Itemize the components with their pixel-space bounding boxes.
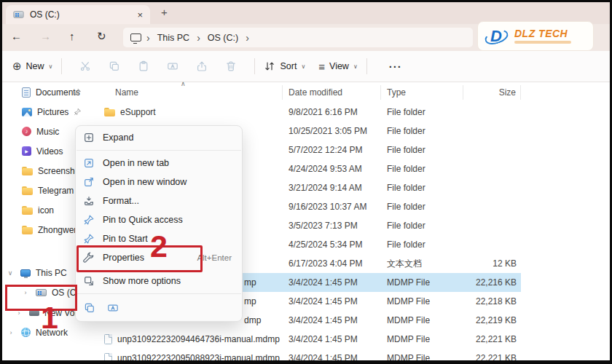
- logo-d-icon: D: [485, 25, 509, 47]
- sidebar-item-pictures[interactable]: Pictures: [2, 102, 91, 122]
- paste-button[interactable]: [129, 60, 158, 72]
- doc-icon: [22, 87, 31, 98]
- chevron-right-icon: ›: [197, 33, 200, 43]
- file-date: 4/24/2024 9:53 AM: [283, 164, 381, 174]
- sidebar-item-documents[interactable]: Documents: [2, 82, 91, 102]
- file-type: File folder: [381, 240, 463, 250]
- share-button[interactable]: [187, 60, 216, 72]
- file-row-unp310922232095088923i-manual-mdmp[interactable]: unp310922232095088923i-manual.mdmp3/4/20…: [101, 349, 521, 364]
- this-pc-icon: [130, 33, 141, 41]
- sort-button[interactable]: Sort ∨: [264, 60, 305, 72]
- music-icon: [22, 127, 31, 136]
- address-bar[interactable]: ›This PC›OS (C:)›: [123, 28, 473, 47]
- file-size: 12 KB: [463, 258, 521, 269]
- column-header-name[interactable]: Name: [101, 85, 283, 100]
- file-date: 3/4/2024 1:45 PM: [283, 277, 381, 288]
- menu-item-label: Format...: [103, 196, 139, 206]
- rename-button[interactable]: [158, 60, 187, 72]
- refresh-button[interactable]: ↻: [97, 30, 106, 43]
- file-date: 5/7/2022 12:24 PM: [283, 145, 381, 155]
- sidebar-item-label: This PC: [36, 268, 67, 278]
- breadcrumb-item-os-c[interactable]: OS (C:): [208, 33, 238, 43]
- column-header-type[interactable]: Type: [381, 85, 463, 100]
- back-button[interactable]: ←: [11, 30, 22, 42]
- file-type: File folder: [381, 126, 463, 136]
- file-type: File folder: [381, 202, 463, 212]
- explorer-tab[interactable]: OS (C:) ×: [6, 5, 150, 24]
- copy-button[interactable]: [84, 302, 95, 316]
- pin-icon: [74, 108, 82, 116]
- file-date: 3/5/2023 7:13 PM: [283, 221, 381, 231]
- logo-title: DLZ TECH: [514, 28, 571, 39]
- menu-item-label: Open in new tab: [103, 158, 169, 168]
- tab-title: OS (C:): [30, 9, 60, 20]
- annotation-box-step2: [76, 245, 203, 272]
- delete-button[interactable]: [216, 60, 246, 72]
- column-header-date-modified[interactable]: Date modified: [283, 85, 381, 100]
- file-type: MDMP File: [381, 334, 463, 344]
- menu-item-expand[interactable]: Expand: [76, 128, 242, 147]
- file-date: 6/17/2023 4:04 PM: [283, 258, 381, 269]
- delete-icon: [225, 60, 237, 72]
- cut-icon: [79, 60, 91, 72]
- breadcrumb: ›This PC›OS (C:)›: [146, 33, 249, 43]
- copy-button[interactable]: [100, 60, 129, 72]
- expander-chevron-icon[interactable]: ∨: [5, 269, 15, 277]
- menu-item-open-in-new-tab[interactable]: Open in new tab: [76, 154, 242, 173]
- column-headers: ∧ NameDate modifiedTypeSize: [101, 82, 610, 103]
- sidebar-item-label: Zhongwen: [38, 225, 79, 235]
- menu-item-label: Expand: [103, 132, 133, 143]
- file-date: 3/4/2024 1:45 PM: [283, 315, 381, 325]
- expander-chevron-icon[interactable]: ›: [6, 329, 16, 336]
- annotation-number-2: 2: [150, 231, 168, 262]
- new-button[interactable]: ⊕ New ∨: [12, 60, 52, 73]
- file-date: 9/16/2023 10:37 AM: [283, 202, 381, 212]
- file-type: File folder: [381, 164, 463, 174]
- file-name: unp310922232095088923i-manual.mdmp: [117, 353, 280, 363]
- menu-item-label: Pin to Start: [103, 234, 148, 244]
- copy-icon: [84, 302, 95, 314]
- see-more-button[interactable]: ···: [389, 60, 402, 73]
- video-icon: [22, 146, 31, 156]
- folder-icon: [104, 108, 115, 116]
- menu-separator: [76, 293, 241, 294]
- tab-close-icon[interactable]: ×: [137, 9, 143, 20]
- file-type: File folder: [381, 221, 463, 231]
- file-row-unp310922232094464736i-manual-mdmp[interactable]: unp310922232094464736i-manual.mdmp3/4/20…: [101, 330, 521, 349]
- view-lines-icon: ≡: [318, 60, 325, 73]
- file-type: File folder: [381, 145, 463, 155]
- new-tab-button[interactable]: +: [161, 6, 168, 18]
- menu-item-pin-to-quick-access[interactable]: Pin to Quick access: [76, 210, 242, 229]
- menu-item-label: Open in new window: [103, 177, 187, 187]
- file-name-partial: mp: [244, 296, 256, 306]
- up-button[interactable]: ↑: [69, 30, 75, 42]
- sidebar-item-label: Videos: [36, 146, 63, 157]
- file-type: File folder: [381, 183, 463, 193]
- file-size: 22,218 KB: [463, 296, 521, 306]
- chevron-right-icon: ›: [146, 33, 150, 43]
- command-toolbar: ⊕ New ∨ Sort ∨ ≡ View ∨ ···: [2, 51, 610, 82]
- breadcrumb-item-this-pc[interactable]: This PC: [157, 33, 189, 43]
- column-header-size[interactable]: Size: [463, 85, 521, 100]
- file-name-partial: mp: [244, 277, 256, 288]
- rename-button[interactable]: [107, 302, 119, 316]
- menu-item-show-more-options[interactable]: Show more options: [76, 272, 242, 290]
- logo-tagline: [514, 41, 571, 44]
- forward-button[interactable]: →: [40, 30, 51, 42]
- menu-item-format[interactable]: Format...: [76, 191, 242, 210]
- menu-separator: [76, 150, 241, 151]
- file-row-esupport[interactable]: eSupport9/8/2021 6:16 PMFile folder: [101, 103, 521, 122]
- cut-button[interactable]: [71, 60, 100, 72]
- folder-icon: [22, 186, 33, 195]
- view-button[interactable]: ≡ View ∨: [318, 60, 358, 73]
- pinbig-icon: [83, 233, 95, 245]
- rename-icon: [107, 302, 119, 314]
- paste-icon: [138, 60, 149, 72]
- menu-item-open-in-new-window[interactable]: Open in new window: [76, 173, 242, 191]
- chevron-down-icon: ∨: [353, 63, 358, 70]
- file-type: MDMP File: [381, 353, 463, 363]
- pin-icon: [74, 108, 82, 118]
- file-date: 4/25/2024 5:34 PM: [283, 240, 381, 250]
- copy-icon: [109, 60, 120, 72]
- file-date: 3/21/2024 9:14 AM: [283, 183, 381, 193]
